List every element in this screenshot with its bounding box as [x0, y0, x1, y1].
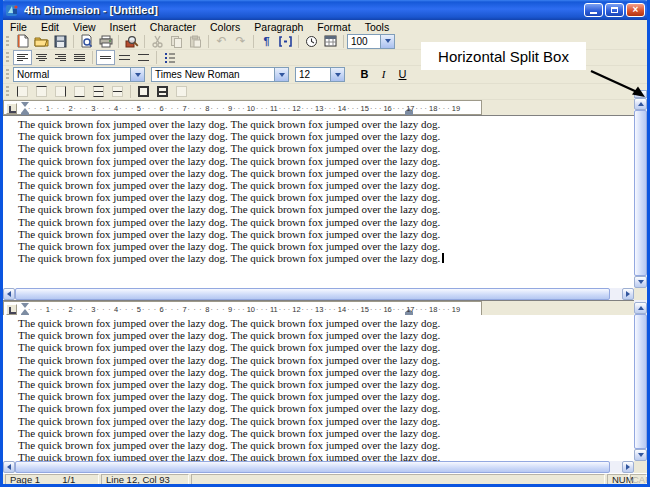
cut-button[interactable]: [148, 34, 167, 49]
print-preview-button[interactable]: [77, 34, 96, 49]
font-dropdown-button[interactable]: [274, 68, 288, 81]
text-line[interactable]: The quick brown fox jumped over the lazy…: [3, 203, 634, 215]
bullet-list-button[interactable]: [160, 50, 179, 65]
menu-insert[interactable]: Insert: [103, 21, 143, 33]
menu-edit[interactable]: Edit: [34, 21, 66, 33]
text-line[interactable]: The quick brown fox jumped over the lazy…: [3, 378, 634, 390]
text-line[interactable]: The quick brown fox jumped over the lazy…: [3, 216, 634, 228]
menu-colors[interactable]: Colors: [203, 21, 247, 33]
menu-tools[interactable]: Tools: [358, 21, 397, 33]
underline-button[interactable]: U: [393, 67, 412, 82]
scroll-down-button[interactable]: [634, 449, 647, 461]
no-border-button[interactable]: [172, 84, 191, 99]
toolbar-grip[interactable]: [6, 86, 9, 97]
align-left-button[interactable]: [13, 50, 32, 65]
toolbar-grip[interactable]: [6, 69, 9, 80]
copy-button[interactable]: [167, 34, 186, 49]
font-combobox[interactable]: Times New Roman: [151, 67, 289, 82]
scroll-up-button[interactable]: [634, 302, 647, 314]
text-line[interactable]: The quick brown fox jumped over the lazy…: [3, 252, 634, 264]
text-line[interactable]: The quick brown fox jumped over the lazy…: [3, 240, 634, 252]
horizontal-scrollbar-top[interactable]: [3, 288, 634, 300]
scroll-down-button[interactable]: [634, 276, 647, 288]
open-button[interactable]: [32, 34, 51, 49]
paragraph-marks-button[interactable]: ¶: [257, 34, 276, 49]
italic-button[interactable]: I: [374, 67, 393, 82]
scroll-right-button[interactable]: [622, 461, 634, 473]
scroll-left-button[interactable]: [3, 461, 15, 473]
toolbar-grip[interactable]: [6, 36, 9, 47]
close-button[interactable]: ×: [626, 3, 645, 17]
vertical-scrollbar-bottom[interactable]: [634, 300, 647, 461]
style-combobox[interactable]: Normal: [13, 67, 145, 82]
inside-horizontal-button[interactable]: [108, 84, 127, 99]
undo-button[interactable]: ↶: [212, 34, 231, 49]
scroll-left-button[interactable]: [3, 288, 15, 300]
document-pane-top[interactable]: The quick brown fox jumped over the lazy…: [3, 115, 634, 288]
scrollbar-thumb[interactable]: [15, 461, 610, 473]
text-line[interactable]: The quick brown fox jumped over the lazy…: [3, 179, 634, 191]
redo-button[interactable]: ↷: [231, 34, 250, 49]
grid-border-button[interactable]: [153, 84, 172, 99]
minimize-button[interactable]: [584, 3, 603, 17]
text-line[interactable]: The quick brown fox jumped over the lazy…: [3, 390, 634, 402]
insert-field-button[interactable]: [276, 34, 295, 49]
text-line[interactable]: The quick brown fox jumped over the lazy…: [3, 366, 634, 378]
menu-character[interactable]: Character: [143, 21, 203, 33]
align-right-button[interactable]: [51, 50, 70, 65]
menu-format[interactable]: Format: [310, 21, 357, 33]
box-border-button[interactable]: [134, 84, 153, 99]
text-line[interactable]: The quick brown fox jumped over the lazy…: [3, 167, 634, 179]
save-button[interactable]: [51, 34, 70, 49]
menu-file[interactable]: File: [3, 21, 34, 33]
zoom-combobox[interactable]: 100: [347, 34, 395, 49]
text-line[interactable]: The quick brown fox jumped over the lazy…: [3, 228, 634, 240]
text-line[interactable]: The quick brown fox jumped over the lazy…: [3, 191, 634, 203]
text-line[interactable]: The quick brown fox jumped over the lazy…: [3, 130, 634, 142]
horizontal-scrollbar-bottom[interactable]: [3, 461, 634, 473]
new-document-button[interactable]: [13, 34, 32, 49]
text-line[interactable]: The quick brown fox jumped over the lazy…: [3, 451, 634, 461]
print-button[interactable]: [96, 34, 115, 49]
text-line[interactable]: The quick brown fox jumped over the lazy…: [3, 155, 634, 167]
single-spacing-button[interactable]: [96, 50, 115, 65]
right-border-button[interactable]: [51, 84, 70, 99]
title-bar[interactable]: 4th Dimension - [Untitled] ×: [0, 0, 650, 20]
text-line[interactable]: The quick brown fox jumped over the lazy…: [3, 402, 634, 414]
align-center-button[interactable]: [32, 50, 51, 65]
tab-selector-icon[interactable]: [6, 103, 17, 114]
scroll-right-button[interactable]: [622, 288, 634, 300]
horizontal-borders-button[interactable]: [89, 84, 108, 99]
text-line[interactable]: The quick brown fox jumped over the lazy…: [3, 142, 634, 154]
one-half-spacing-button[interactable]: [115, 50, 134, 65]
style-dropdown-button[interactable]: [130, 68, 144, 81]
font-size-dropdown-button[interactable]: [330, 68, 344, 81]
left-border-button[interactable]: [13, 84, 32, 99]
zoom-dropdown-button[interactable]: [380, 35, 394, 48]
menu-paragraph[interactable]: Paragraph: [247, 21, 310, 33]
text-line[interactable]: The quick brown fox jumped over the lazy…: [3, 415, 634, 427]
paste-button[interactable]: [186, 34, 205, 49]
insert-time-button[interactable]: [302, 34, 321, 49]
text-line[interactable]: The quick brown fox jumped over the lazy…: [3, 354, 634, 366]
tab-selector-icon[interactable]: [6, 304, 17, 315]
text-line[interactable]: The quick brown fox jumped over the lazy…: [3, 118, 634, 130]
insert-date-button[interactable]: [321, 34, 340, 49]
bold-button[interactable]: B: [355, 67, 374, 82]
justify-button[interactable]: [70, 50, 89, 65]
menu-view[interactable]: View: [66, 21, 103, 33]
text-line[interactable]: The quick brown fox jumped over the lazy…: [3, 317, 634, 329]
maximize-button[interactable]: [605, 3, 624, 17]
text-line[interactable]: The quick brown fox jumped over the lazy…: [3, 427, 634, 439]
text-line[interactable]: The quick brown fox jumped over the lazy…: [3, 439, 634, 451]
top-border-button[interactable]: [32, 84, 51, 99]
font-size-combobox[interactable]: 12: [295, 67, 345, 82]
toolbar-grip[interactable]: [6, 52, 9, 63]
double-spacing-button[interactable]: [134, 50, 153, 65]
find-button[interactable]: [122, 34, 141, 49]
bottom-border-button[interactable]: [70, 84, 89, 99]
text-line[interactable]: The quick brown fox jumped over the lazy…: [3, 341, 634, 353]
text-line[interactable]: The quick brown fox jumped over the lazy…: [3, 329, 634, 341]
document-pane-bottom[interactable]: The quick brown fox jumped over the lazy…: [3, 315, 634, 461]
scrollbar-thumb[interactable]: [634, 110, 647, 276]
